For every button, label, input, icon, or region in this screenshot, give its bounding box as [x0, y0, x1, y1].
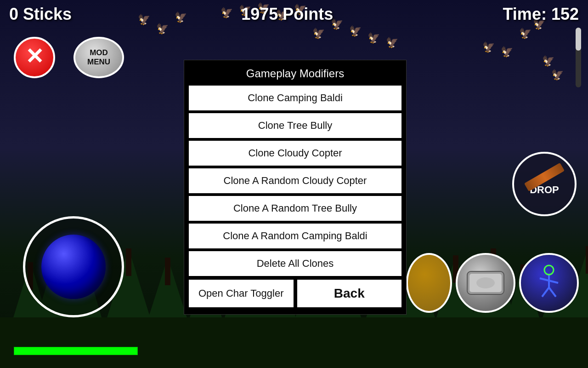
joystick[interactable] [23, 216, 124, 317]
modal-title: Gameplay Modifiers [189, 67, 401, 80]
svg-line-5 [542, 288, 549, 297]
mod-menu-button[interactable]: MODMENU [74, 37, 124, 78]
clone-tree-bully-button[interactable]: Clone Tree Bully [189, 113, 401, 138]
progress-fill [14, 347, 137, 355]
character-circle-1[interactable] [406, 253, 452, 313]
hud-left: 0 Sticks [9, 5, 72, 24]
ground [0, 317, 588, 368]
svg-point-7 [544, 265, 554, 275]
delete-all-clones-button[interactable]: Delete All Clones [189, 251, 401, 276]
sticks-display: 0 Sticks [9, 5, 72, 24]
joystick-ball [41, 235, 106, 299]
modal-footer: Open Char Toggler Back [189, 280, 401, 307]
hud-center: 1975 Points [241, 5, 333, 24]
flyer-13: 🦅 [386, 37, 398, 49]
clone-random-tree-bully-button[interactable]: Clone A Random Tree Bully [189, 196, 401, 221]
flyer-9: 🦅 [312, 28, 325, 40]
back-button[interactable]: Back [297, 280, 402, 307]
svg-line-6 [549, 288, 556, 297]
progress-bar [14, 347, 138, 355]
clone-random-camping-baldi-button[interactable]: Clone A Random Camping Baldi [189, 224, 401, 248]
flyer-16: 🦅 [519, 28, 531, 40]
open-char-toggler-button[interactable]: Open Char Toggler [189, 280, 294, 307]
figure-icon [531, 262, 567, 304]
points-display: 1975 Points [241, 5, 333, 23]
clone-cloudy-copter-button[interactable]: Clone Cloudy Copter [189, 141, 401, 166]
flyer-19: 🦅 [551, 69, 564, 81]
hud: 0 Sticks 1975 Points Time: 152 [0, 0, 588, 29]
clone-camping-baldi-button[interactable]: Clone Camping Baldi [189, 86, 401, 110]
gameplay-modifiers-modal: Gameplay Modifiers Clone Camping Baldi C… [184, 60, 407, 315]
mirror-circle[interactable] [456, 253, 515, 313]
hud-right: Time: 152 [503, 5, 579, 24]
flyer-18: 🦅 [542, 55, 554, 67]
clone-random-cloudy-copter-button[interactable]: Clone A Random Cloudy Copter [189, 168, 401, 193]
close-button[interactable]: ✕ [14, 37, 55, 78]
flyer-15: 🦅 [501, 46, 513, 58]
scrollbar-thumb[interactable] [576, 28, 581, 51]
scrollbar[interactable] [576, 28, 581, 87]
flyer-14: 🦅 [482, 41, 495, 53]
mirror-icon [465, 269, 506, 297]
drop-button[interactable]: DROP [512, 152, 577, 216]
bottom-circles [406, 253, 579, 313]
mod-menu-label: MODMENU [87, 48, 110, 67]
svg-point-2 [476, 277, 495, 288]
figure-circle[interactable] [519, 253, 579, 313]
flyer-12: 🦅 [368, 32, 380, 44]
time-display: Time: 152 [503, 5, 579, 23]
close-icon: ✕ [25, 46, 44, 68]
